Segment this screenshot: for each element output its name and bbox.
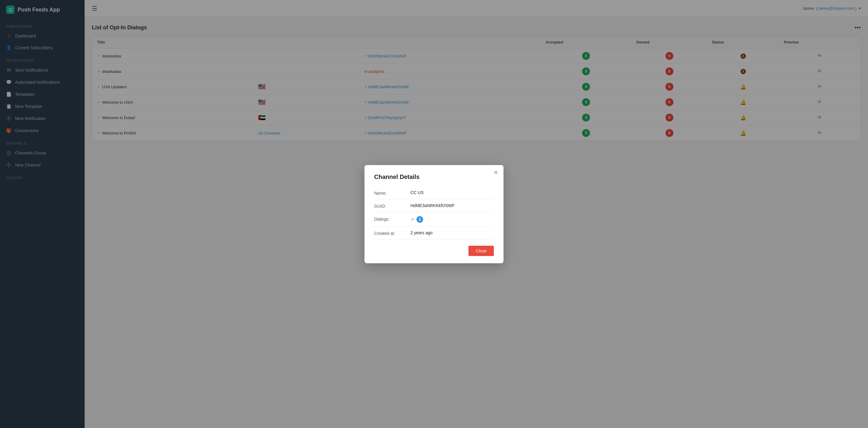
modal-created-label: Created at:	[374, 230, 410, 236]
dialogs-external-link-icon[interactable]: ↗	[410, 217, 414, 222]
modal-overlay[interactable]: ✕ Channel Details Name: CC US GUID: HdME…	[0, 0, 868, 428]
modal-dialogs-container: ↗ 2	[410, 216, 494, 223]
modal-field-dialogs: Dialogs: ↗ 2	[374, 213, 494, 227]
modal-dialogs-label: Dialogs:	[374, 216, 410, 221]
modal-close-button[interactable]: ✕	[494, 169, 498, 176]
modal-title: Channel Details	[374, 174, 494, 180]
modal-name-value: CC US	[410, 190, 494, 195]
modal-field-name: Name: CC US	[374, 186, 494, 200]
modal-name-label: Name:	[374, 190, 410, 195]
channel-details-modal: ✕ Channel Details Name: CC US GUID: HdME…	[365, 165, 503, 263]
modal-field-created: Created at: 2 years ago	[374, 227, 494, 240]
modal-dialogs-value: ↗ 2	[410, 216, 494, 223]
modal-footer: Close	[374, 246, 494, 256]
modal-created-value: 2 years ago	[410, 230, 494, 235]
modal-guid-label: GUID:	[374, 203, 410, 209]
modal-guid-value: HdME3aNRKKkfOSWF	[410, 203, 494, 208]
modal-close-btn[interactable]: Close	[468, 246, 494, 256]
dialogs-count-badge: 2	[416, 216, 423, 223]
modal-field-guid: GUID: HdME3aNRKKkfOSWF	[374, 200, 494, 213]
